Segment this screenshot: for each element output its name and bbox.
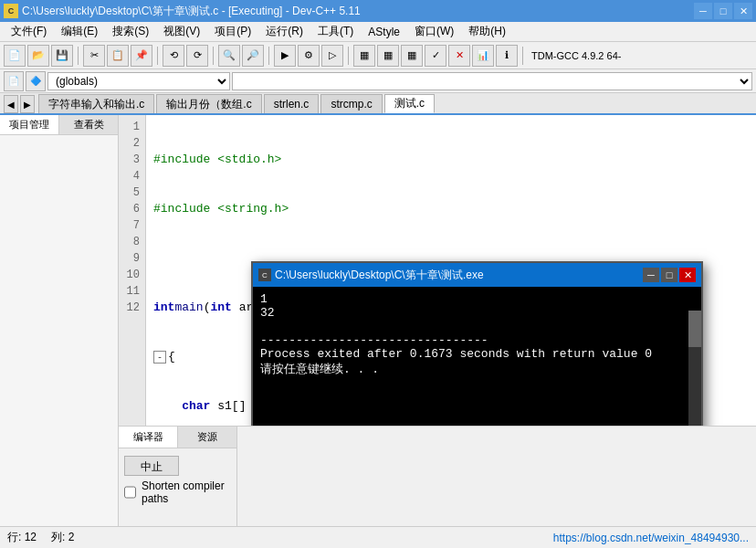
menu-tools[interactable]: 工具(T) [310, 22, 361, 41]
terminal-scrollbar[interactable] [688, 311, 701, 426]
search-button[interactable]: 🔍 [218, 45, 240, 67]
menu-edit[interactable]: 编辑(E) [54, 22, 105, 41]
run-button[interactable]: ▷ [321, 45, 343, 67]
terminal-body: 1 32 -------------------------------- Pr… [253, 287, 701, 426]
menu-file[interactable]: 文件(F) [4, 22, 54, 41]
separator-5 [348, 47, 349, 65]
line-num-10: 10 [124, 267, 140, 283]
tab-strchar[interactable]: 字符串输入和输出.c [38, 94, 154, 113]
toolbar-btn-chart[interactable]: 📊 [472, 45, 494, 67]
terminal-title-text: C:\Users\luckly\Desktop\C\第十章\测试.exe [275, 268, 484, 283]
toolbar-btn-8[interactable]: ⟳ [186, 45, 208, 67]
line-num-12: 12 [124, 300, 140, 316]
compile-button[interactable]: ⚙ [298, 45, 320, 67]
terminal-title-bar: C C:\Users\luckly\Desktop\C\第十章\测试.exe ─… [253, 263, 701, 287]
toolbar-btn-grid2[interactable]: ▦ [377, 45, 399, 67]
status-url: https://blog.csdn.net/weixin_48494930... [553, 532, 749, 544]
menu-run[interactable]: 运行(R) [258, 22, 310, 41]
line-num-1: 1 [124, 119, 140, 135]
line-num-9: 9 [124, 250, 140, 267]
sidebar-tab-view[interactable]: 查看类 [59, 115, 118, 134]
close-button[interactable]: ✕ [734, 3, 752, 19]
toolbar-btn-5[interactable]: 📋 [107, 45, 129, 67]
toolbar-btn-info[interactable]: ℹ [496, 45, 518, 67]
toolbar-btn-6[interactable]: 📌 [131, 45, 152, 67]
separator-3 [213, 47, 214, 65]
separator-4 [268, 47, 269, 65]
terminal-scroll-thumb[interactable] [688, 311, 701, 347]
replace-button[interactable]: 🔎 [242, 45, 264, 67]
tab-strcmp[interactable]: strcmp.c [320, 94, 382, 113]
title-bar-left: C C:\Users\luckly\Desktop\C\第十章\测试.c - [… [4, 4, 361, 19]
status-col: 列: 2 [51, 530, 74, 545]
tab-month[interactable]: 输出月份（数组.c [156, 94, 261, 113]
status-bar: 行: 12 列: 2 https://blog.csdn.net/weixin_… [0, 526, 756, 548]
editor-relative: 1 2 3 4 5 6 7 8 9 10 11 12 #includ [119, 115, 756, 426]
bottom-tabs: 编译器 资源 中止 Shorten compiler paths [119, 427, 237, 526]
editor-and-bottom: 1 2 3 4 5 6 7 8 9 10 11 12 #includ [119, 115, 756, 526]
terminal-title-left: C C:\Users\luckly\Desktop\C\第十章\测试.exe [258, 268, 484, 283]
toolbar2-btn-1[interactable]: 📄 [4, 71, 24, 91]
minimize-button[interactable]: ─ [694, 3, 712, 19]
line-num-3: 3 [124, 152, 140, 168]
sidebar-nav-row: 项目管理 查看类 [0, 115, 118, 135]
bottom-content [237, 427, 756, 526]
terminal-window[interactable]: C C:\Users\luckly\Desktop\C\第十章\测试.exe ─… [251, 261, 703, 426]
toolbar2-btn-2[interactable]: 🔷 [26, 71, 46, 91]
separator-1 [78, 47, 79, 65]
compile-run-button[interactable]: ▶ [274, 45, 296, 67]
bottom-tab-compiler[interactable]: 编译器 [119, 427, 178, 448]
code-line-1: #include <stdio.h> [153, 152, 410, 168]
bottom-panel: 编译器 资源 中止 Shorten compiler paths [119, 426, 756, 526]
globals-select[interactable]: (globals) [47, 72, 230, 90]
new-file-button[interactable]: 📄 [4, 45, 26, 67]
terminal-close[interactable]: ✕ [679, 268, 696, 282]
sidebar-right-btn[interactable]: ▶ [20, 95, 35, 113]
terminal-maximize[interactable]: □ [661, 268, 677, 282]
menu-view[interactable]: 视图(V) [156, 22, 207, 41]
line-num-2: 2 [124, 135, 140, 152]
toolbar-1: 📄 📂 💾 ✂ 📋 📌 ⟲ ⟳ 🔍 🔎 ▶ ⚙ ▷ ▦ ▦ ▦ ✓ ✕ 📊 ℹ … [0, 42, 756, 69]
shorten-label: Shorten compiler paths [142, 480, 231, 505]
app-icon: C [4, 4, 18, 18]
toolbar-btn-check[interactable]: ✓ [425, 45, 446, 67]
bottom-left-content: 中止 Shorten compiler paths [119, 448, 236, 512]
separator-2 [157, 47, 158, 65]
shorten-checkbox[interactable] [124, 486, 136, 499]
menu-search[interactable]: 搜索(S) [105, 22, 156, 41]
toolbar-btn-grid3[interactable]: ▦ [401, 45, 423, 67]
toolbar-btn-grid[interactable]: ▦ [353, 45, 375, 67]
line-num-6: 6 [124, 201, 140, 217]
menu-window[interactable]: 窗口(W) [407, 22, 461, 41]
title-bar: C C:\Users\luckly\Desktop\C\第十章\测试.c - [… [0, 0, 756, 22]
function-select[interactable] [232, 72, 752, 90]
line-num-8: 8 [124, 234, 140, 250]
line-num-7: 7 [124, 217, 140, 234]
toolbar-btn-stop[interactable]: ✕ [448, 45, 470, 67]
sidebar-tab-project[interactable]: 项目管理 [0, 115, 59, 134]
status-row: 行: 12 [7, 530, 37, 545]
tab-test[interactable]: 测试.c [384, 94, 435, 113]
line-num-5: 5 [124, 184, 140, 201]
menu-astyle[interactable]: AStyle [361, 24, 407, 40]
menu-bar: 文件(F) 编辑(E) 搜索(S) 视图(V) 项目(P) 运行(R) 工具(T… [0, 22, 756, 42]
stop-button[interactable]: 中止 [124, 456, 179, 476]
sidebar-left-btn[interactable]: ◀ [4, 95, 18, 113]
menu-project[interactable]: 项目(P) [207, 22, 258, 41]
save-file-button[interactable]: 💾 [51, 45, 73, 67]
tab-strlen[interactable]: strlen.c [264, 94, 320, 113]
terminal-controls: ─ □ ✕ [643, 268, 696, 282]
toolbar-btn-4[interactable]: ✂ [83, 45, 105, 67]
open-file-button[interactable]: 📂 [27, 45, 49, 67]
bottom-tab-resources[interactable]: 资源 [178, 427, 236, 448]
status-left: 行: 12 列: 2 [7, 530, 74, 545]
toolbar-btn-7[interactable]: ⟲ [163, 45, 184, 67]
fold-icon-5[interactable]: - [153, 351, 166, 364]
toolbar-2: 📄 🔷 (globals) [0, 69, 756, 93]
terminal-icon: C [258, 269, 271, 281]
maximize-button[interactable]: □ [714, 3, 732, 19]
terminal-minimize[interactable]: ─ [643, 268, 659, 282]
separator-6 [522, 47, 523, 65]
menu-help[interactable]: 帮助(H) [461, 22, 513, 41]
tabs-row: ◀ ▶ 字符串输入和输出.c 输出月份（数组.c strlen.c strcmp… [0, 93, 756, 115]
